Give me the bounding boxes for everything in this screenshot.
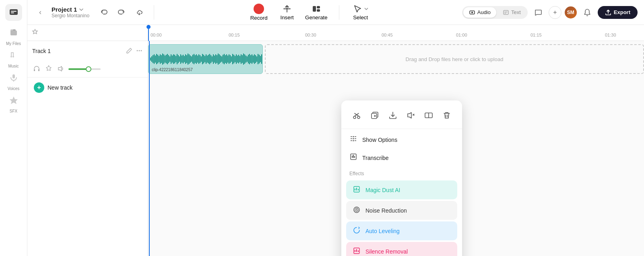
waveform-bar: [238, 55, 239, 63]
waveform-bar: [223, 55, 223, 63]
record-button[interactable]: Record: [249, 4, 269, 21]
chevron-down-icon: [78, 7, 84, 12]
waveform-bar: [169, 56, 170, 61]
volume-slider[interactable]: [68, 68, 101, 70]
show-options-label: Show Options: [362, 137, 397, 143]
playhead-line: [149, 41, 150, 256]
topbar-right: Audio Text + SM Export: [462, 5, 638, 20]
waveform-bar: [262, 55, 263, 62]
comment-button[interactable]: [531, 5, 545, 20]
transcribe-item[interactable]: Transcribe: [341, 149, 462, 167]
svg-point-30: [357, 116, 360, 119]
svg-rect-26: [34, 69, 35, 71]
track-name-1: Track 1: [32, 48, 122, 54]
generate-icon: [312, 4, 321, 14]
divider-2: [339, 5, 339, 20]
ctx-cut-button[interactable]: [349, 108, 364, 123]
noise-reduction-icon: [353, 206, 361, 215]
silence-removal-button[interactable]: Silence Removal: [346, 242, 457, 256]
waveform-bar: [255, 55, 256, 63]
svg-point-37: [353, 140, 354, 141]
track-edit-button[interactable]: [125, 47, 133, 56]
svg-rect-17: [317, 9, 320, 12]
text-toggle-button[interactable]: Text: [497, 7, 526, 18]
main-area: ‹ Project 1 Sergio Montanino Record I: [27, 0, 644, 256]
show-options-item[interactable]: Show Options: [341, 131, 462, 149]
svg-rect-50: [356, 188, 357, 190]
headphone-button[interactable]: [32, 64, 41, 74]
redo-button[interactable]: [115, 6, 128, 19]
context-toolbar: [341, 105, 462, 129]
track-bottom-1: [27, 61, 148, 77]
track-more-button[interactable]: [136, 47, 143, 55]
waveform-bar: [189, 54, 190, 63]
waveform-bar: [231, 56, 232, 61]
waveform-bar: [217, 55, 217, 63]
ctx-duplicate-button[interactable]: [367, 108, 382, 123]
cloud-save-button[interactable]: [133, 6, 146, 19]
silence-removal-label: Silence Removal: [365, 248, 408, 255]
export-button[interactable]: Export: [598, 6, 638, 19]
audio-clip-1[interactable]: clip-422218611840257: [148, 44, 263, 74]
audio-toggle-button[interactable]: Audio: [463, 7, 496, 18]
svg-rect-45: [352, 156, 353, 158]
transcribe-icon: [349, 153, 357, 163]
ruler-mark-6: 01:30: [605, 33, 616, 37]
svg-rect-8: [11, 52, 14, 53]
drop-zone[interactable]: Drag and Drop files here or click to upl…: [265, 44, 644, 74]
waveform-bar: [183, 55, 184, 63]
notification-button[interactable]: [580, 5, 594, 20]
ctx-download-button[interactable]: [385, 108, 400, 123]
waveform-bar: [156, 54, 157, 65]
generate-button[interactable]: Generate: [305, 4, 328, 20]
undo-button[interactable]: [97, 6, 110, 19]
insert-button[interactable]: Insert: [277, 4, 297, 20]
timeline-area: 00:00 00:15 00:30 00:45 01:00 01:15 01:3…: [148, 25, 644, 256]
insert-icon: [282, 4, 292, 14]
ctx-mute-button[interactable]: [403, 108, 418, 123]
transcribe-label: Transcribe: [362, 155, 389, 161]
waveform-bar: [243, 53, 244, 65]
waveform-bar: [258, 54, 258, 65]
waveform-bar: [178, 55, 179, 63]
effects-button[interactable]: [44, 64, 53, 74]
waveform-bar: [247, 56, 248, 61]
mute-button[interactable]: [56, 64, 65, 74]
back-button[interactable]: ‹: [34, 6, 47, 19]
svg-rect-47: [354, 156, 355, 158]
svg-rect-5: [10, 31, 17, 35]
waveform-bar: [194, 54, 194, 65]
sidebar-item-music[interactable]: Music: [3, 49, 24, 70]
sidebar-logo[interactable]: [5, 4, 22, 21]
waveform-bar: [171, 54, 171, 63]
add-button[interactable]: +: [549, 6, 561, 19]
waveform-bar: [203, 55, 204, 63]
new-track-button[interactable]: + New track: [27, 78, 148, 98]
magic-dust-button[interactable]: Magic Dust AI: [346, 180, 457, 199]
auto-leveling-button[interactable]: Auto Leveling: [346, 221, 457, 240]
project-author: Sergio Montanino: [52, 13, 89, 18]
waveform-bar: [166, 55, 167, 63]
waveform-bar: [232, 54, 233, 65]
waveform-bar: [241, 54, 242, 64]
track-row-1: Track 1: [27, 41, 148, 78]
select-button[interactable]: Select: [351, 4, 371, 20]
noise-reduction-button[interactable]: Noise Reduction: [346, 201, 457, 220]
sidebar-item-my-files[interactable]: My Files: [3, 27, 24, 47]
cut-icon: [352, 111, 361, 120]
ctx-split-button[interactable]: [421, 108, 436, 123]
waveform-bar: [224, 54, 225, 65]
bell-icon: [583, 8, 591, 16]
sidebar-item-voices[interactable]: Voices: [3, 72, 24, 92]
waveform-bar: [182, 55, 182, 62]
download-icon: [388, 111, 397, 120]
sidebar-item-sfx[interactable]: SFX: [3, 94, 24, 115]
svg-point-54: [356, 209, 357, 211]
svg-rect-56: [355, 250, 355, 252]
svg-rect-11: [12, 74, 15, 78]
avatar: SM: [565, 6, 577, 18]
waveform-bar: [167, 54, 168, 65]
playhead-dot: [147, 25, 151, 29]
export-label: Export: [614, 9, 630, 15]
ctx-delete-button[interactable]: [439, 108, 454, 123]
